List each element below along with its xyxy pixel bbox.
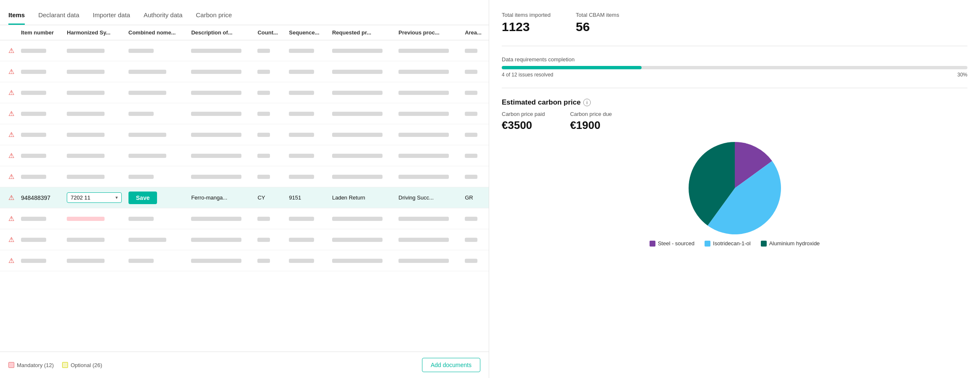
- add-documents-button[interactable]: Add documents: [422, 358, 480, 372]
- cell-placeholder: [21, 175, 46, 179]
- data-req-label: Data requirements completion: [502, 56, 967, 63]
- active-area: GR: [461, 187, 489, 208]
- cell-placeholder: [191, 112, 241, 116]
- cell-placeholder: [21, 49, 46, 53]
- table-row[interactable]: ⚠: [0, 40, 489, 61]
- table-row[interactable]: ⚠: [0, 103, 489, 124]
- info-icon[interactable]: i: [583, 99, 591, 106]
- cell-placeholder: [191, 238, 241, 242]
- steel-label: Steel - sourced: [658, 240, 694, 247]
- warning-icon: ⚠: [8, 131, 14, 138]
- table-row[interactable]: ⚠: [0, 61, 489, 82]
- active-country: CY: [254, 187, 286, 208]
- table-row[interactable]: ⚠: [0, 250, 489, 271]
- cell-placeholder: [332, 259, 383, 263]
- cell-placeholder: [465, 91, 477, 95]
- active-sequence: 9151: [286, 187, 329, 208]
- cell-placeholder: [289, 238, 314, 242]
- total-items-value: 1123: [502, 20, 550, 34]
- cell-placeholder: [21, 238, 46, 242]
- cell-placeholder: [128, 91, 166, 95]
- cell-placeholder: [128, 259, 154, 263]
- cell-placeholder: [398, 112, 449, 116]
- cell-placeholder: [289, 175, 314, 179]
- cell-placeholder: [332, 217, 383, 221]
- cell-placeholder: [191, 91, 241, 95]
- progress-percent: 30%: [957, 72, 967, 78]
- cell-placeholder: [191, 175, 241, 179]
- col-description: Description of...: [188, 25, 254, 40]
- tab-declarant-data[interactable]: Declarant data: [38, 7, 79, 25]
- legend: Mandatory (12) Optional (26): [8, 362, 102, 368]
- legend-isotridecan: Isotridecan-1-ol: [705, 240, 751, 247]
- cell-placeholder: [257, 133, 270, 137]
- cell-placeholder: [257, 49, 270, 53]
- divider: [502, 46, 967, 46]
- cell-placeholder: [398, 154, 449, 158]
- cell-placeholder: [67, 133, 105, 137]
- cell-placeholder: [191, 217, 241, 221]
- active-table-row[interactable]: ⚠ 948488397 7202 11 ▾ Save Ferro-manga..…: [0, 187, 489, 208]
- table-row[interactable]: ⚠: [0, 82, 489, 103]
- col-country: Count...: [254, 25, 286, 40]
- isotridecan-label: Isotridecan-1-ol: [713, 240, 751, 247]
- cell-placeholder: [21, 112, 46, 116]
- tab-authority-data[interactable]: Authority data: [144, 7, 183, 25]
- cell-placeholder: [398, 133, 449, 137]
- optional-label: Optional (26): [71, 362, 102, 368]
- active-item-number: 948488397: [18, 187, 63, 208]
- cell-placeholder: [191, 70, 241, 74]
- aluminium-color-dot: [761, 241, 767, 247]
- warning-icon: ⚠: [8, 152, 14, 159]
- warning-icon: ⚠: [8, 68, 14, 75]
- cell-placeholder: [465, 217, 477, 221]
- active-requested: Laden Return: [329, 187, 395, 208]
- cell-placeholder: [398, 217, 449, 221]
- legend-aluminium: Aluminium hydroxide: [761, 240, 820, 247]
- cell-placeholder: [67, 154, 105, 158]
- table-row[interactable]: ⚠: [0, 166, 489, 187]
- harmonized-dropdown[interactable]: 7202 11 ▾: [67, 192, 121, 203]
- cell-placeholder: [289, 154, 314, 158]
- items-table-wrapper: Item number Harmonized Sy... Combined no…: [0, 25, 489, 352]
- tab-carbon-price[interactable]: Carbon price: [196, 7, 232, 25]
- cell-placeholder: [332, 154, 383, 158]
- cell-placeholder: [465, 112, 477, 116]
- pie-chart-svg-wrapper: [689, 142, 781, 234]
- cell-placeholder: [332, 175, 383, 179]
- cell-placeholder: [257, 175, 270, 179]
- save-button[interactable]: Save: [128, 192, 157, 204]
- cell-placeholder: [398, 259, 449, 263]
- progress-meta: 4 of 12 issues resolved 30%: [502, 72, 967, 78]
- col-area: Area...: [461, 25, 489, 40]
- table-row[interactable]: ⚠: [0, 229, 489, 250]
- col-requested: Requested pr...: [329, 25, 395, 40]
- progress-bar-fill: [502, 66, 642, 69]
- cell-placeholder: [465, 238, 477, 242]
- table-row[interactable]: ⚠: [0, 145, 489, 166]
- cell-placeholder: [332, 133, 383, 137]
- carbon-paid-label: Carbon price paid: [502, 111, 545, 117]
- isotridecan-color-dot: [705, 241, 710, 247]
- divider-2: [502, 88, 967, 88]
- warning-icon: ⚠: [8, 173, 14, 180]
- table-row[interactable]: ⚠: [0, 124, 489, 145]
- table-row[interactable]: ⚠: [0, 208, 489, 229]
- cell-placeholder: [128, 133, 166, 137]
- carbon-title-text: Estimated carbon price: [502, 98, 581, 107]
- tab-items[interactable]: Items: [8, 7, 25, 25]
- tab-importer-data[interactable]: Importer data: [93, 7, 130, 25]
- cell-placeholder: [289, 112, 314, 116]
- cell-placeholder: [465, 154, 477, 158]
- col-warn: [0, 25, 18, 40]
- stats-row: Total items imported 1123 Total CBAM ite…: [502, 12, 967, 34]
- total-cbam-value: 56: [576, 20, 619, 34]
- cell-placeholder: [332, 49, 383, 53]
- active-description: Ferro-manga...: [188, 187, 254, 208]
- steel-color-dot: [650, 241, 655, 247]
- col-sequence: Sequence...: [286, 25, 329, 40]
- cell-placeholder: [21, 70, 46, 74]
- cell-placeholder: [21, 259, 46, 263]
- total-items-stat: Total items imported 1123: [502, 12, 550, 34]
- col-item-number: Item number: [18, 25, 63, 40]
